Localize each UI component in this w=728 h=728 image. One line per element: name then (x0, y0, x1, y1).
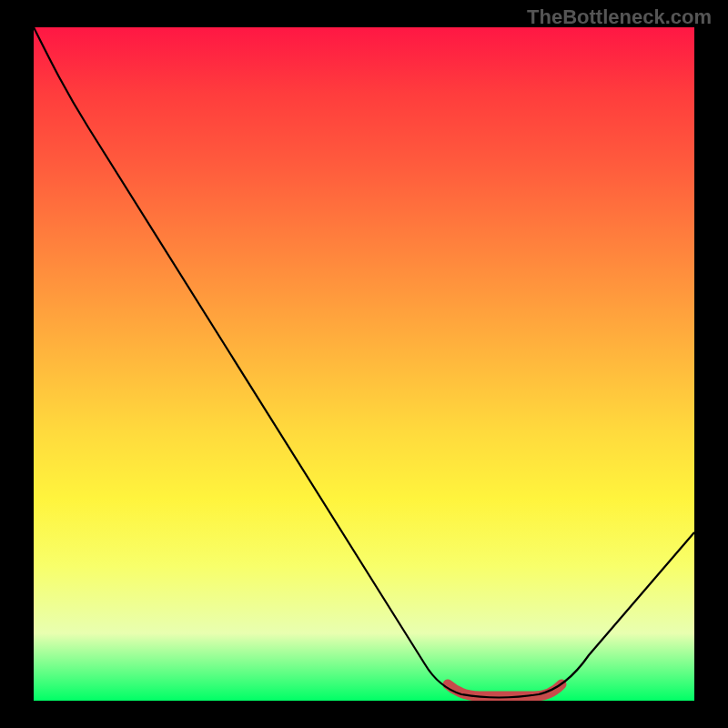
chart-container: TheBottleneck.com (0, 0, 728, 728)
plot-area (34, 27, 694, 701)
curve-svg (34, 27, 694, 701)
watermark-text: TheBottleneck.com (527, 5, 712, 29)
bottleneck-curve (34, 27, 694, 698)
